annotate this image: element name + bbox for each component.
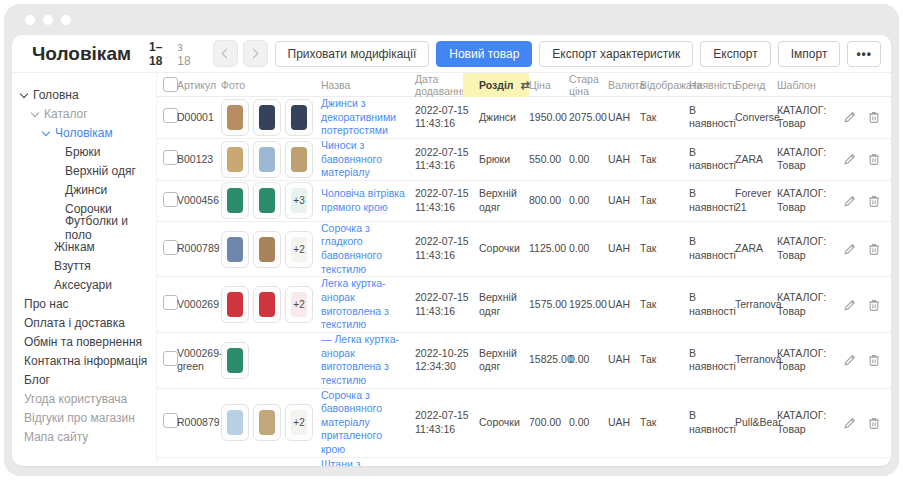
column-header[interactable]: Валюта [608,79,640,91]
sidebar-item[interactable]: Головна [12,85,156,104]
sidebar-item[interactable]: Взуття [12,256,156,275]
column-header[interactable]: Фото [221,79,321,91]
product-link[interactable]: Сорочка з бавовняного матеріалу притален… [321,389,382,456]
column-header[interactable]: Шаблон [777,79,843,91]
pagination-prev-button[interactable] [213,40,238,67]
product-link[interactable]: Штани з бавовняного матеріалу прямого кр… [321,458,388,466]
product-link[interactable]: Джинси з декоративними потертостями [321,97,396,136]
delete-icon[interactable] [867,110,881,124]
sidebar-item[interactable]: Угода користувача [12,389,156,408]
product-link[interactable]: Сорочка з гладкого бавовняного текстилю [321,222,382,275]
hide-modifications-button[interactable]: Приховати модифікації [275,41,430,67]
edit-icon[interactable] [843,110,857,124]
edit-icon[interactable] [843,353,857,367]
row-checkbox[interactable] [163,351,178,366]
edit-icon[interactable] [843,152,857,166]
column-header[interactable]: Відображати [640,79,689,91]
export-button[interactable]: Експорт [700,41,770,67]
column-header[interactable]: Назва [321,79,415,91]
row-checkbox[interactable] [163,192,178,207]
table-row: B00123Чиноси з бавовняного матеріалу2022… [157,139,891,181]
product-photo-thumbnail[interactable] [221,404,249,441]
import-button[interactable]: Імпорт [778,41,841,67]
more-photos-thumbnail[interactable]: +2 [285,404,313,441]
product-link[interactable]: Чиноси з бавовняного матеріалу [321,139,382,178]
time-value: 11:43:16 [415,305,473,319]
product-photo-thumbnail[interactable] [253,231,281,268]
sidebar-item-label: Чоловікам [55,126,113,140]
delete-icon[interactable] [867,194,881,208]
sidebar-item[interactable]: Відгуки про магазин [12,408,156,427]
sidebar-item[interactable]: Аксесуари [12,275,156,294]
select-all-checkbox[interactable] [163,77,178,92]
product-link[interactable]: — Легка куртка-анорак виготовлена з текс… [321,333,399,386]
delete-icon[interactable] [867,353,881,367]
edit-icon[interactable] [843,416,857,430]
product-photo-thumbnail[interactable] [221,286,249,323]
row-checkbox-cell [157,295,177,314]
row-checkbox[interactable] [163,295,178,310]
sidebar-item[interactable]: Брюки [12,142,156,161]
more-actions-button[interactable]: ••• [847,41,881,67]
product-photo-thumbnail[interactable] [253,141,281,178]
new-product-button[interactable]: Новий товар [436,41,532,67]
more-photos-thumbnail[interactable]: +2 [285,286,313,323]
row-checkbox[interactable] [163,150,178,165]
product-photo-thumbnail[interactable] [285,99,313,136]
row-checkbox[interactable] [163,240,178,255]
product-link[interactable]: Чоловіча вітрівка прямого крою [321,187,405,213]
brand-cell: Terranova [735,353,777,367]
product-photo-thumbnail[interactable] [221,182,249,219]
sidebar-item[interactable]: Обмін та повернення [12,332,156,351]
row-checkbox[interactable] [163,108,178,123]
sidebar-item[interactable]: Футболки и поло [12,218,156,237]
row-checkbox[interactable] [163,413,178,428]
sidebar-item[interactable]: Про нас [12,294,156,313]
sku-cell: R000789 [177,242,221,256]
product-photo-thumbnail[interactable] [221,231,249,268]
delete-icon[interactable] [867,298,881,312]
sidebar-item-label: Угода користувача [24,392,127,406]
edit-icon[interactable] [843,242,857,256]
product-photo-thumbnail[interactable] [285,141,313,178]
category-cell: Верхній одяг [479,347,529,374]
column-header[interactable]: Ціна [529,79,569,91]
sidebar-item-active[interactable]: Чоловікам [12,123,156,142]
edit-icon[interactable] [843,298,857,312]
garment-image [227,147,243,172]
edit-icon[interactable] [843,194,857,208]
product-photo-thumbnail[interactable] [253,286,281,323]
export-characteristics-button[interactable]: Експорт характеристик [539,41,693,67]
product-photo-thumbnail[interactable] [253,404,281,441]
sidebar-item[interactable]: Мапа сайту [12,427,156,446]
sidebar-item-label: Обмін та повернення [24,335,142,349]
sidebar-item[interactable]: Джинси [12,180,156,199]
column-header[interactable]: Бренд [735,79,777,91]
sidebar-item[interactable]: Верхній одяг [12,161,156,180]
column-header-sorted[interactable]: Розділ⇄ [463,73,529,97]
product-photo-thumbnail[interactable] [221,141,249,178]
delete-icon[interactable] [867,242,881,256]
sidebar-item[interactable]: Оплата і доставка [12,313,156,332]
sidebar-item[interactable]: Контактна інформація [12,351,156,370]
more-photos-thumbnail[interactable]: +2 [285,231,313,268]
old-price-cell: 1925.00 [569,298,608,312]
delete-icon[interactable] [867,416,881,430]
delete-icon[interactable] [867,152,881,166]
product-photo-thumbnail[interactable] [253,182,281,219]
product-photo-thumbnail[interactable] [221,342,249,379]
category-tree-sidebar: ГоловнаКаталогЧоловікамБрюкиВерхній одяг… [12,73,156,466]
pagination-next-button[interactable] [243,40,268,67]
sidebar-item[interactable]: Каталог [12,104,156,123]
product-link[interactable]: Легка куртка-анорак виготовлена з тексти… [321,277,389,330]
price-cell: 800.00 [529,194,569,208]
currency-cell: UAH [608,353,640,367]
column-header[interactable]: Наявність [689,79,735,91]
product-photo-thumbnail[interactable] [221,99,249,136]
product-photo-thumbnail[interactable] [253,99,281,136]
column-header[interactable]: Стара ціна [569,73,608,97]
sidebar-item[interactable]: Блог [12,370,156,389]
pagination-total: з 18 [177,40,197,68]
column-header[interactable]: Артикул [177,79,221,91]
more-photos-thumbnail[interactable]: +3 [285,182,313,219]
